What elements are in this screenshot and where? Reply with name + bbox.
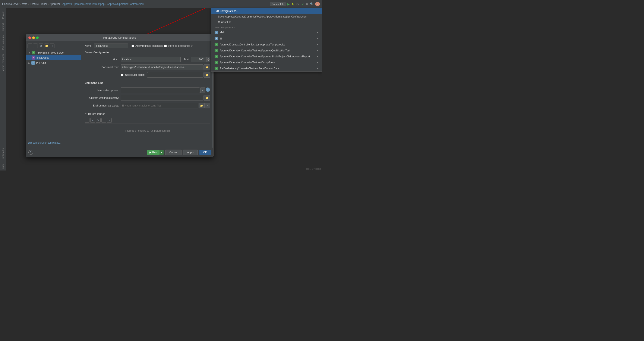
launch-up-button[interactable]: ↑ <box>102 118 106 123</box>
name-row: Name: <box>85 43 128 48</box>
add-config-button[interactable]: + <box>28 43 32 48</box>
interpreter-expand-button[interactable]: ⤢ <box>200 87 205 93</box>
before-launch-section: ▼ Before launch + − ✎ ↑ ↓ There are no t… <box>85 112 210 137</box>
dropdown-save-config[interactable]: Save 'ApprovalContractControllerTest.tes… <box>211 14 322 19</box>
launch-add-button[interactable]: + <box>85 118 90 123</box>
dropdown-baidumarketing[interactable]: T BaiDuMarketingControllerTest.testSendC… <box>211 65 322 71</box>
run-dropdown-button[interactable]: ▾ <box>160 150 164 155</box>
settings-icon[interactable]: ⚙ <box>306 2 308 5</box>
document-root-label: Document root: <box>85 66 119 69</box>
before-launch-header[interactable]: ▼ Before launch <box>85 112 210 115</box>
dialog-right-panel: Name: Allow multiple instances Store as … <box>81 41 213 148</box>
current-file-selector[interactable]: Current File <box>270 2 286 6</box>
router-script-input[interactable] <box>147 72 204 78</box>
working-dir-label: Custom working directory: <box>85 96 119 99</box>
env-vars-input[interactable] <box>121 103 198 108</box>
document-root-input[interactable] <box>121 64 204 70</box>
launch-edit-button[interactable]: ✎ <box>96 118 100 123</box>
working-dir-input[interactable] <box>121 95 204 101</box>
debug-icon[interactable]: 🐛 <box>292 2 295 5</box>
breadcrumb-linhuiba[interactable]: LinhuibaServer <box>2 2 20 5</box>
breadcrumb-file[interactable]: ApprovalOperationControllerTest.php <box>62 2 104 5</box>
dropdown-edit-configurations[interactable]: Edit Configurations... <box>211 8 322 14</box>
edit-templates-link[interactable]: Edit configuration templates... <box>28 141 61 144</box>
breadcrumb-feature[interactable]: Feature <box>30 2 39 5</box>
sidebar-item-project[interactable]: Project <box>1 10 5 20</box>
sidebar-item-pull-requests[interactable]: Pull Requests <box>1 34 5 52</box>
port-increment-button[interactable]: ▲ <box>206 57 210 59</box>
dialog-titlebar: Run/Debug Configurations <box>26 34 213 41</box>
env-vars-edit-button[interactable]: ✎ <box>205 103 210 108</box>
env-vars-browse-button[interactable]: 📁 <box>198 103 204 108</box>
sidebar-item-bookmarks[interactable]: Bookmarks <box>1 147 5 162</box>
minimize-button[interactable] <box>32 36 35 39</box>
dropdown-approval4[interactable]: T ApprovalOperationControllerTest.testGr… <box>211 59 322 65</box>
approval2-label: ApprovalOperationControllerTest.testAppr… <box>220 49 290 52</box>
breadcrumb-approval[interactable]: Approval <box>50 2 60 5</box>
launch-down-button[interactable]: ↓ <box>107 118 112 123</box>
apply-button[interactable]: Apply <box>183 150 198 155</box>
dropdown-approval1[interactable]: T ApprovalContractControllerTest.testApp… <box>211 42 322 47</box>
sidebar-item-npm[interactable]: npm <box>1 163 5 170</box>
dropdown-approval2[interactable]: T ApprovalOperationControllerTest.testAp… <box>211 47 322 53</box>
tree-local-debug[interactable]: P localDebug <box>26 55 81 60</box>
cancel-button[interactable]: Cancel <box>165 150 181 155</box>
top-bar: LinhuibaServer › tests › Feature › Inner… <box>0 0 322 8</box>
git-status-icon[interactable]: ✓ <box>302 2 304 5</box>
remove-config-button[interactable]: − <box>33 43 38 48</box>
copy-config-button[interactable]: ⧉ <box>39 43 43 48</box>
sort-config-button[interactable]: ↕ <box>50 43 54 48</box>
run-icon[interactable]: ▶ <box>288 2 290 6</box>
use-router-script-label: Use router script: <box>125 73 144 76</box>
zhu-label: 主 <box>220 37 222 40</box>
breadcrumb-class[interactable]: ApprovalOperationControllerTest <box>107 2 144 5</box>
local-debug-label: localDebug <box>36 56 49 59</box>
env-vars-label: Environment variables: <box>85 104 119 107</box>
sidebar-item-merge-requests[interactable]: Merge Requests <box>1 52 5 73</box>
before-launch-empty-message: There are no tasks to run before launch <box>85 125 210 137</box>
run-button-group: ▶ Run ▾ <box>147 150 164 155</box>
phpunit-icon: T <box>32 61 35 65</box>
interpreter-options-input[interactable] <box>121 87 200 93</box>
search-icon[interactable]: 🔍 <box>310 2 314 5</box>
avatar-icon[interactable]: U <box>315 2 320 6</box>
folder-config-button[interactable]: 📁 <box>44 43 49 48</box>
launch-remove-button[interactable]: − <box>90 118 95 123</box>
close-button[interactable] <box>28 36 31 39</box>
port-decrement-button[interactable]: ▼ <box>206 59 210 62</box>
host-input[interactable] <box>121 57 181 62</box>
port-input[interactable] <box>191 57 206 62</box>
working-dir-browse-button[interactable]: 📁 <box>204 95 210 101</box>
baidumarketing-icon: T <box>214 67 218 70</box>
host-row: Host: Port: ▲ ▼ <box>85 57 210 62</box>
run-debug-dialog: Run/Debug Configurations + − ⧉ 📁 ↕ ▼ S P… <box>26 34 214 157</box>
help-button[interactable]: ? <box>28 150 33 155</box>
interpreter-options-field: ⤢ i <box>121 87 210 93</box>
breadcrumb-inner[interactable]: Inner <box>41 2 47 5</box>
dropdown-current-file[interactable]: Current File <box>211 19 322 25</box>
dropdown-main[interactable]: M Main <box>211 29 322 35</box>
breadcrumb: LinhuibaServer › tests › Feature › Inner… <box>2 2 144 5</box>
allow-multiple-instances-checkbox[interactable] <box>132 45 134 47</box>
dropdown-zhu[interactable]: 主 主 <box>211 35 322 42</box>
baidumarketing-label: BaiDuMarketingControllerTest.testSendCon… <box>220 67 279 70</box>
store-as-project-file-checkbox[interactable] <box>164 45 167 47</box>
document-root-browse-button[interactable]: 📁 <box>204 64 210 70</box>
tree-phpunit[interactable]: ▶ T PHPUnit <box>26 60 81 65</box>
tree-php-builtin[interactable]: ▼ S PHP Built-in Web Server <box>26 50 81 55</box>
breadcrumb-tests[interactable]: tests <box>22 2 27 5</box>
use-router-script-checkbox[interactable] <box>121 74 124 76</box>
run-button[interactable]: ▶ Run <box>147 150 160 155</box>
interpreter-info-button[interactable]: i <box>206 87 210 92</box>
router-script-browse-button[interactable]: 📁 <box>204 72 210 78</box>
allow-multiple-instances-item: Allow multiple instances <box>132 44 162 47</box>
launch-toolbar: + − ✎ ↑ ↓ <box>85 117 210 124</box>
dropdown-approval3[interactable]: T ApprovalOperationControllerTest.testAp… <box>211 53 322 59</box>
zhu-icon: 主 <box>214 37 218 40</box>
name-input[interactable] <box>94 43 128 48</box>
current-file-label: Current File <box>218 21 232 24</box>
sidebar-item-commit[interactable]: Commit <box>1 21 5 33</box>
document-root-field: 📁 <box>121 64 210 70</box>
ok-button[interactable]: OK <box>200 150 211 155</box>
maximize-button[interactable] <box>36 36 39 39</box>
